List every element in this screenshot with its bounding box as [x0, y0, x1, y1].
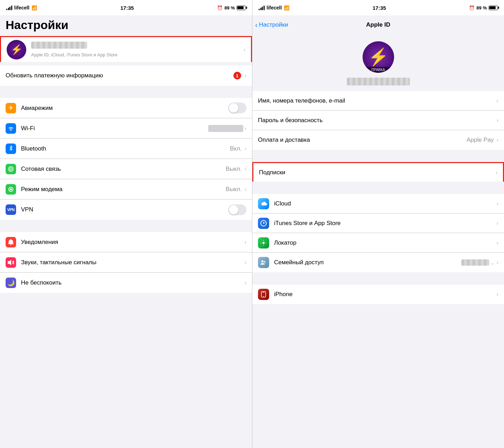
svg-point-5 [263, 296, 264, 297]
wifi-row[interactable]: Wi-Fi › [0, 118, 252, 139]
apple-id-row[interactable]: ⚡ Apple ID, iCloud, iTunes Store и App S… [0, 36, 252, 62]
sounds-chevron: › [245, 259, 246, 266]
wifi-icon-left: 📶 [31, 5, 37, 10]
notifications-icon [6, 237, 16, 247]
wifi-content: Wi-Fi [21, 125, 208, 132]
name-phones-label: Имя, номера телефонов, e-mail [258, 97, 495, 104]
alarm-icon-left: ⏰ [217, 5, 223, 10]
battery-fill-right [489, 6, 496, 9]
wifi-label: Wi-Fi [21, 125, 35, 132]
profile-section: ⚡ ПРАВКА [252, 34, 504, 91]
vpn-toggle-thumb [229, 205, 238, 215]
apple-id-group: ⚡ Apple ID, iCloud, iTunes Store и App S… [0, 36, 252, 62]
update-payment-card: Обновить платежную информацию 1 › [0, 65, 252, 86]
status-left-right: lifecell 📶 [259, 5, 289, 10]
wifi-value-blur [208, 125, 243, 132]
svg-point-3 [262, 242, 265, 244]
section-gap-1 [0, 86, 252, 98]
password-security-label: Пароль и безопасность [258, 117, 495, 124]
update-payment-group: Обновить платежную информацию 1 › [0, 65, 252, 86]
time-left: 17:35 [120, 5, 134, 11]
itunes-label: iTunes Store и App Store [274, 220, 495, 227]
carrier-right: lifecell [267, 5, 282, 10]
donotdisturb-content: Не беспокоить [21, 279, 243, 286]
notifications-card: Уведомления › Звуки, тактильные сигналы … [0, 232, 252, 293]
subscriptions-row[interactable]: Подписки › [252, 162, 504, 182]
subscriptions-chevron: › [496, 169, 497, 176]
battery-fill-left [237, 6, 244, 9]
locator-row[interactable]: Локатор › [252, 233, 504, 253]
nav-title: Apple ID [366, 21, 390, 28]
donotdisturb-row[interactable]: 🌙 Не беспокоить › [0, 273, 252, 293]
locator-chevron: › [497, 240, 498, 246]
svg-point-2 [10, 168, 12, 169]
profile-avatar[interactable]: ⚡ ПРАВКА [363, 41, 394, 73]
apple-id-subtitle: Apple ID, iCloud, iTunes Store и App Sto… [31, 52, 242, 57]
bluetooth-chevron: › [245, 146, 246, 152]
right-gap-3 [252, 272, 504, 285]
payment-delivery-row[interactable]: Оплата и доставка Apple Pay › [252, 130, 504, 150]
carrier-left: lifecell [14, 5, 30, 10]
airplane-row[interactable]: ✈ Авиарежим [0, 98, 252, 118]
status-left: lifecell 📶 [6, 5, 37, 10]
status-bar-left: lifecell 📶 17:35 ⏰ 89 % [0, 0, 252, 15]
battery-icon-right [489, 6, 498, 10]
right-panel: lifecell 📶 17:35 ⏰ 89 % ‹ Настройки Appl… [252, 0, 504, 448]
apple-id-content: Apple ID, iCloud, iTunes Store и App Sto… [31, 42, 242, 57]
icloud-row[interactable]: iCloud › [252, 194, 504, 214]
battery-text-left: 89 % [224, 5, 235, 10]
payment-delivery-label: Оплата и доставка [258, 136, 467, 144]
vpn-label: VPN [21, 206, 33, 213]
vpn-row[interactable]: VPN VPN [0, 200, 252, 220]
name-phones-row[interactable]: Имя, номера телефонов, e-mail › [252, 91, 504, 111]
update-payment-label: Обновить платежную информацию [6, 72, 103, 79]
time-right: 17:35 [373, 5, 386, 11]
nav-back-button[interactable]: ‹ Настройки [255, 21, 288, 29]
iphone-row[interactable]: iPhone › [252, 285, 504, 304]
devices-group: iPhone › [252, 285, 504, 304]
vpn-toggle[interactable] [228, 204, 246, 215]
itunes-icon [258, 218, 269, 229]
battery-icon-left [237, 6, 246, 10]
hotspot-content: Режим модема [21, 186, 226, 193]
airplane-label: Авиарежим [21, 105, 53, 111]
update-payment-chevron: › [245, 72, 246, 79]
bluetooth-content: Bluetooth [21, 145, 230, 152]
family-row[interactable]: Семейный доступ .. › [252, 253, 504, 272]
family-icon [258, 257, 269, 268]
cellular-value: Выкл. [226, 166, 242, 173]
locator-icon [258, 237, 269, 248]
airplane-content: Авиарежим [21, 105, 228, 112]
itunes-row[interactable]: iTunes Store и App Store › [252, 214, 504, 233]
cellular-icon [6, 164, 16, 174]
status-right-left: ⏰ 89 % [217, 5, 246, 10]
wifi-icon-right: 📶 [284, 5, 289, 10]
donotdisturb-chevron: › [245, 280, 246, 286]
family-value-blur [461, 259, 489, 266]
alarm-icon-right: ⏰ [469, 5, 475, 10]
bluetooth-row[interactable]: Bluetooth Вкл. › [0, 139, 252, 159]
notifications-row[interactable]: Уведомления › [0, 232, 252, 252]
update-payment-content: Обновить платежную информацию [6, 72, 233, 79]
cellular-label: Сотовая связь [21, 166, 61, 172]
hotspot-label: Режим модема [21, 186, 62, 192]
hotspot-chevron: › [245, 186, 246, 192]
hotspot-row[interactable]: Режим модема Выкл. › [0, 179, 252, 200]
cellular-chevron: › [245, 166, 246, 172]
wifi-icon [6, 123, 16, 134]
cellular-row[interactable]: Сотовая связь Выкл. › [0, 159, 252, 179]
airplane-toggle[interactable] [228, 103, 246, 113]
password-security-row[interactable]: Пароль и безопасность › [252, 111, 504, 130]
section-gap-2 [0, 220, 252, 232]
avatar-lightning-icon: ⚡ [7, 40, 26, 59]
status-right-right: ⏰ 89 % [469, 5, 498, 10]
sounds-row[interactable]: Звуки, тактильные сигналы › [0, 252, 252, 273]
password-security-chevron: › [497, 117, 498, 124]
account-info-group: Имя, номера телефонов, e-mail › Пароль и… [252, 91, 504, 150]
donotdisturb-icon: 🌙 [6, 278, 16, 288]
icloud-icon [258, 198, 269, 209]
update-payment-row[interactable]: Обновить платежную информацию 1 › [0, 65, 252, 86]
locator-label: Локатор [274, 239, 495, 246]
notifications-group: Уведомления › Звуки, тактильные сигналы … [0, 232, 252, 293]
donotdisturb-label: Не беспокоить [21, 279, 62, 286]
